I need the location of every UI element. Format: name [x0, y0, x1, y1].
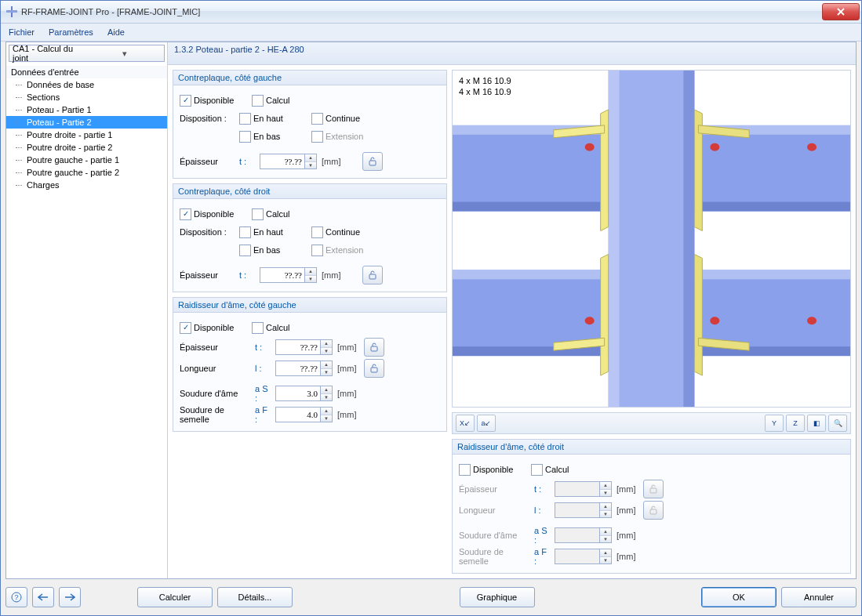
next-button[interactable]	[59, 587, 81, 607]
footer-bar: ? Calculer Détails... Graphique OK Annul…	[5, 584, 857, 611]
close-button[interactable]	[822, 3, 860, 20]
cancel-button[interactable]: Annuler	[781, 587, 857, 607]
lock-icon	[369, 364, 379, 373]
panel-ra-gauche: Raidisseur d'âme, côté gauche Disponible…	[173, 297, 447, 432]
calculate-button[interactable]: Calculer	[137, 587, 213, 607]
chk-en-bas[interactable]: En bas	[239, 131, 294, 143]
lock-icon	[369, 342, 379, 352]
details-button[interactable]: Détails...	[217, 587, 293, 607]
axes-a-button[interactable]: a↙	[477, 415, 496, 432]
graphic-button[interactable]: Graphique	[460, 587, 535, 607]
svg-point-27	[807, 143, 817, 151]
main-panel: 1.3.2 Poteau - partie 2 - HE-A 280 Contr…	[168, 42, 856, 578]
help-button[interactable]: ?	[5, 587, 27, 607]
chk-continue[interactable]: Continue	[311, 226, 366, 238]
chk-disponible[interactable]: Disponible	[180, 95, 235, 107]
left-column: Contreplaque, côté gauche Disponible Cal…	[173, 70, 447, 574]
tree-node[interactable]: Sections	[6, 91, 167, 103]
svg-rect-4	[371, 346, 377, 351]
chk-calcul[interactable]: Calcul	[531, 464, 586, 476]
titlebar: RF-FRAME-JOINT Pro - [FRAME-JOINT_MIC]	[1, 1, 861, 24]
tree-node[interactable]: Poteau - Partie 1	[6, 103, 167, 116]
beam-joint-render	[453, 71, 850, 407]
lock-button[interactable]	[362, 152, 383, 171]
chk-disponible[interactable]: Disponible	[180, 208, 235, 220]
chk-en-haut[interactable]: En haut	[239, 226, 294, 238]
ok-button[interactable]: OK	[701, 587, 777, 607]
svg-point-25	[585, 317, 595, 324]
input-t: ▲▼	[555, 481, 612, 497]
input-t[interactable]: ▲▼	[260, 267, 317, 283]
lock-icon	[368, 270, 377, 280]
input-as[interactable]: ▲▼	[275, 386, 333, 401]
input-t[interactable]: ▲▼	[260, 154, 317, 169]
panel-header: Contreplaque, côté gauche	[173, 71, 446, 85]
case-combo[interactable]: CA1 - Calcul du joint ▾	[9, 45, 165, 62]
svg-point-23	[585, 143, 595, 151]
lock-button[interactable]	[364, 359, 384, 378]
zoom-button[interactable]: 🔍	[828, 415, 847, 432]
svg-rect-29	[650, 488, 657, 493]
panel-ra-droit: Raidisseur d'âme, côté droit Disponible …	[452, 439, 851, 574]
lock-icon	[649, 484, 658, 494]
tree-node[interactable]: Données de base	[6, 78, 167, 91]
tree-node[interactable]: Poutre droite - partie 1	[6, 129, 167, 141]
axes-x-button[interactable]: X↙	[456, 415, 475, 432]
menu-help[interactable]: Aide	[104, 26, 128, 38]
label-disposition: Disposition :	[180, 114, 235, 123]
svg-text:?: ?	[14, 593, 18, 601]
lock-icon	[649, 505, 658, 515]
tree-root[interactable]: Données d'entrée	[6, 66, 167, 78]
main-body: Contreplaque, côté gauche Disponible Cal…	[168, 65, 856, 578]
input-af[interactable]: ▲▼	[275, 407, 333, 422]
svg-point-28	[807, 317, 817, 324]
svg-marker-17	[601, 254, 609, 375]
view-yz-button[interactable]: Y	[765, 415, 784, 432]
tree-node[interactable]: Poutre gauche - partie 2	[6, 166, 167, 179]
chk-disponible[interactable]: Disponible	[459, 464, 514, 476]
view-iso-button[interactable]: ◧	[807, 415, 826, 432]
app-window: RF-FRAME-JOINT Pro - [FRAME-JOINT_MIC] F…	[0, 0, 862, 616]
chk-calcul[interactable]: Calcul	[252, 322, 307, 334]
chk-en-bas[interactable]: En bas	[239, 245, 294, 256]
label-epaisseur: Épaisseur	[180, 157, 235, 166]
tree-node[interactable]: Poutre gauche - partie 1	[6, 154, 167, 166]
panel-header: Contreplaque, côté droit	[173, 184, 446, 199]
chk-disponible[interactable]: Disponible	[180, 322, 235, 334]
chk-en-haut[interactable]: En haut	[239, 113, 294, 125]
svg-marker-18	[694, 254, 702, 375]
input-l: ▲▼	[555, 502, 612, 518]
chk-extension: Extension	[311, 131, 366, 143]
arrow-left-icon	[38, 593, 49, 601]
tree-node[interactable]: Poteau - Partie 2	[6, 116, 167, 129]
svg-rect-5	[371, 368, 377, 372]
svg-rect-30	[650, 509, 657, 514]
3d-viewport[interactable]: 4 x M 16 10.9 4 x M 16 10.9	[452, 70, 851, 408]
lock-icon	[368, 157, 377, 166]
view-xz-button[interactable]: Z	[786, 415, 805, 432]
app-icon	[5, 5, 18, 18]
chk-continue[interactable]: Continue	[311, 113, 366, 125]
tree-node[interactable]: Charges	[6, 179, 167, 191]
input-t[interactable]: ▲▼	[275, 339, 333, 355]
lock-button	[643, 480, 664, 498]
lock-button[interactable]	[364, 338, 384, 357]
menu-parameters[interactable]: Paramètres	[45, 26, 96, 38]
svg-rect-2	[369, 161, 376, 165]
svg-rect-12	[609, 71, 695, 407]
prev-button[interactable]	[32, 587, 54, 607]
svg-rect-1	[6, 10, 17, 13]
chk-calcul[interactable]: Calcul	[252, 208, 307, 220]
help-icon: ?	[11, 592, 22, 603]
input-as: ▲▼	[555, 527, 612, 543]
panel-header: Raidisseur d'âme, côté gauche	[173, 298, 446, 313]
viewport-toolbar: X↙ a↙ Y Z ◧ 🔍	[452, 412, 851, 434]
sidebar: CA1 - Calcul du joint ▾ Données d'entrée…	[6, 42, 168, 578]
nav-tree: Données d'entrée Données de baseSections…	[6, 64, 167, 578]
chk-calcul[interactable]: Calcul	[252, 95, 307, 107]
lock-button[interactable]	[362, 266, 383, 284]
svg-point-26	[710, 317, 719, 324]
tree-node[interactable]: Poutre droite - partie 2	[6, 141, 167, 154]
menu-file[interactable]: Fichier	[5, 26, 38, 38]
input-l[interactable]: ▲▼	[275, 361, 333, 376]
